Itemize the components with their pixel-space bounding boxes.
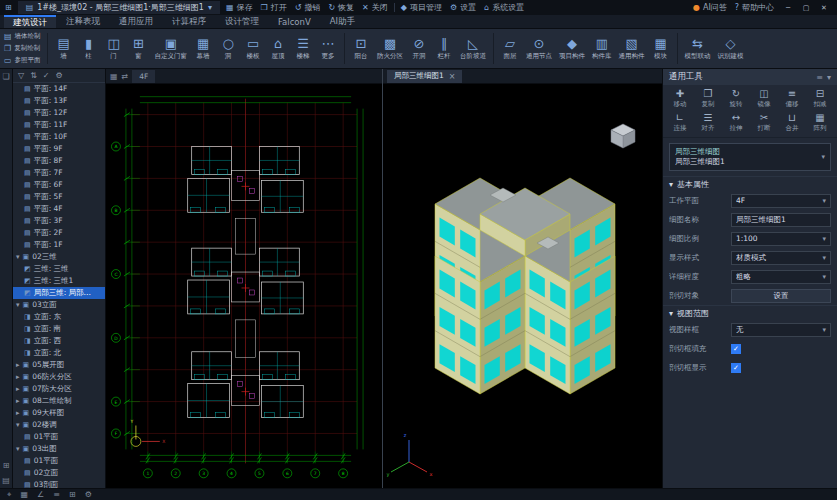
property-dropdown[interactable]: 1:100▾ [731, 232, 831, 246]
merge-tool[interactable]: ⊔合并 [778, 112, 806, 133]
tree-item[interactable]: ▤平面: 5F [13, 191, 105, 203]
tree-item[interactable]: ◨立面: 北 [13, 347, 105, 359]
tree-item[interactable]: ▾▣03立面 [13, 299, 105, 311]
tree-item[interactable]: ▤平面: 10F [13, 131, 105, 143]
ribbon-button-finish-layer[interactable]: ▱面层 [498, 31, 522, 66]
ribbon-button-stair[interactable]: ☰楼梯 [291, 31, 315, 66]
section-header[interactable]: ▾基本属性 [663, 176, 837, 191]
property-input[interactable]: 局部三维细图1 [731, 213, 831, 227]
ribbon-button-opening[interactable]: ○洞 [216, 31, 240, 66]
offset-tool[interactable]: ≡偏移 [778, 88, 806, 109]
tree-item[interactable]: ▾▣02三维 [13, 251, 105, 263]
help-center-button[interactable]: ?帮助中心 [735, 2, 774, 13]
property-dropdown[interactable]: 无▾ [731, 323, 831, 337]
ortho-icon[interactable]: ∠ [37, 491, 44, 499]
tree-item[interactable]: ◨立面: 东 [13, 311, 105, 323]
project-manager-button[interactable]: ◆项目管理 [401, 2, 442, 13]
panel-toggle-icon[interactable]: ❏ [2, 72, 9, 81]
mirror-tool[interactable]: ◫镜像 [750, 88, 778, 109]
ribbon-button-railing[interactable]: ∥栏杆 [432, 31, 456, 66]
tree-item[interactable]: ◩三维: 三维 [13, 263, 105, 275]
menu-icon[interactable]: ≡ [816, 73, 823, 82]
menu-tab-2[interactable]: 通用应用 [110, 15, 162, 28]
tree-item[interactable]: ◨立面: 南 [13, 323, 105, 335]
ribbon-button-column[interactable]: ▮柱 [77, 31, 101, 66]
grid-icon[interactable]: ▦ [21, 491, 29, 499]
ribbon-button-balcony[interactable]: ⊡阳台 [349, 31, 373, 66]
tree-item[interactable]: ▤平面: 1F [13, 239, 105, 251]
open-button[interactable]: ❒打开 [261, 2, 287, 13]
views-icon[interactable]: ⊞ [3, 461, 10, 470]
tree-item[interactable]: ▤平面: 14F [13, 83, 105, 95]
tree-item[interactable]: ▤03剖面 [13, 479, 105, 488]
tree-item[interactable]: ▤平面: 13F [13, 95, 105, 107]
section-header[interactable]: ▾视图范围 [663, 305, 837, 320]
tree-item[interactable]: ◩局部三维: 局部… [13, 287, 105, 299]
collapse-panel-icon[interactable]: ▾ [827, 73, 831, 82]
tree-item[interactable]: ◩三维: 三维1 [13, 275, 105, 287]
document-tab[interactable]: ▤ 1#楼_璟境02 - 局部三维细图1·局部三维细图1 ▾ [18, 1, 220, 14]
move-tool[interactable]: ✚移动 [666, 88, 694, 109]
tree-item[interactable]: ▤02立面 [13, 467, 105, 479]
close-button[interactable]: ✕ [816, 1, 832, 14]
sync-views-icon[interactable]: ⇄ [122, 72, 129, 81]
ribbon-button-generic-node[interactable]: ⊙通用节点 [523, 31, 555, 66]
property-dropdown[interactable]: 4F▾ [731, 194, 831, 208]
property-dropdown[interactable]: 粗略▾ [731, 270, 831, 284]
tree-item[interactable]: ▤01平面 [13, 455, 105, 467]
ribbon-button-wall[interactable]: ▤墙 [52, 31, 76, 66]
align-tool[interactable]: ☰对齐 [694, 112, 722, 133]
menu-tab-4[interactable]: 设计管理 [216, 15, 268, 28]
ribbon-button-module[interactable]: ▦模块 [649, 31, 673, 66]
tree-item[interactable]: ▤平面: 9F [13, 143, 105, 155]
ribbon-button-roof[interactable]: ⌂屋顶 [266, 31, 290, 66]
tree-item[interactable]: ▤平面: 12F [13, 107, 105, 119]
ribbon-button-hole[interactable]: ⊘开洞 [407, 31, 431, 66]
ai-assistant-button[interactable]: ●AI问答 [693, 2, 727, 13]
tree-item[interactable]: ▸▣08二维绘制 [13, 395, 105, 407]
settings-button[interactable]: 设置 [731, 289, 831, 303]
check-icon[interactable]: ✓ [43, 71, 50, 80]
ribbon-button-curtain-wall[interactable]: ▦幕墙 [191, 31, 215, 66]
ribbon-button-model-link[interactable]: ⇆模型联动 [682, 31, 714, 66]
layers-icon[interactable]: ≡ [53, 491, 60, 499]
ribbon-button-slab[interactable]: ▭楼板 [241, 31, 265, 66]
tree-item[interactable]: ▤平面: 4F [13, 203, 105, 215]
tree-item[interactable]: ▤平面: 6F [13, 179, 105, 191]
ribbon-button-ramp[interactable]: ◺台阶坡道 [457, 31, 489, 66]
maximize-button[interactable]: ▢ [798, 1, 814, 14]
ribbon-button-recognize-model[interactable]: ◇识别建模 [715, 31, 747, 66]
app-menu-icon[interactable]: ⊞ [5, 4, 12, 12]
stretch-tool[interactable]: ↔拉伸 [722, 112, 750, 133]
ribbon-button-fire-zone[interactable]: ▩防火分区 [374, 31, 406, 66]
array-tool[interactable]: ▦阵列 [806, 112, 834, 133]
close-tab-icon[interactable]: × [449, 72, 456, 81]
checkbox[interactable]: ✓ [731, 344, 741, 354]
menu-tab-0[interactable]: 建筑设计 [4, 15, 56, 28]
tab-plan-4f[interactable]: 4F [132, 70, 155, 83]
menu-tab-6[interactable]: AI助手 [321, 15, 364, 28]
tree-item[interactable]: ▤平面: 2F [13, 227, 105, 239]
settings-button[interactable]: ⚙设置 [450, 2, 476, 13]
ribbon-button-reference-plane[interactable]: ▭参照平面 [4, 55, 41, 66]
list-icon[interactable]: ▤ [2, 476, 10, 485]
rotate-tool[interactable]: ↻旋转 [722, 88, 750, 109]
tree-item[interactable]: ▤01平面 [13, 431, 105, 443]
redo-button[interactable]: ↻恢复 [328, 2, 354, 13]
sort-icon[interactable]: ⇅ [30, 71, 37, 80]
units-icon[interactable]: ⊞ [69, 491, 76, 499]
tree-item[interactable]: ▾▣03出图 [13, 443, 105, 455]
tree-item[interactable]: ◨立面: 西 [13, 335, 105, 347]
filter-icon[interactable]: ▽ [18, 71, 24, 80]
menu-tab-5[interactable]: FalconV [269, 15, 320, 28]
model-3d-canvas[interactable]: xyz [383, 84, 662, 488]
ribbon-button-wall-draw[interactable]: ▤墙体绘制 [4, 31, 41, 42]
plan-2d-canvas[interactable]: 12345678ABCDEFXY [106, 84, 382, 488]
tree-item[interactable]: ▾▣02楼调 [13, 419, 105, 431]
subtract-tool[interactable]: ⊟扣减 [806, 88, 834, 109]
type-selector[interactable]: 局部三维细图 局部三维细图1 ▾ [669, 143, 831, 171]
break-tool[interactable]: ✂打断 [750, 112, 778, 133]
ribbon-button-copy-draw[interactable]: ❐复制绘制 [4, 43, 41, 54]
tree-item[interactable]: ▸▣06防火分区 [13, 371, 105, 383]
tree-item[interactable]: ▸▣05展开图 [13, 359, 105, 371]
